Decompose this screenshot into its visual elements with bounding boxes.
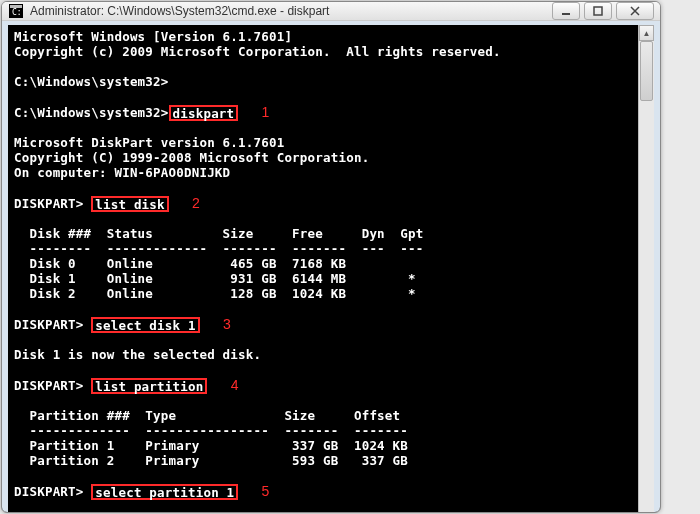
annotation: 4 (231, 378, 239, 393)
scroll-up-button[interactable]: ▲ (639, 25, 654, 41)
cmd-highlight: diskpart (169, 105, 239, 121)
close-button[interactable] (616, 2, 654, 20)
line: Microsoft Windows [Version 6.1.7601] (14, 29, 292, 44)
cmd-highlight: select partition 1 (91, 484, 238, 500)
line: Disk 1 is now the selected disk. (14, 347, 261, 362)
annotation: 1 (262, 105, 270, 120)
maximize-button[interactable] (584, 2, 612, 20)
prompt: DISKPART> (14, 378, 84, 393)
annotation: 2 (192, 196, 200, 211)
prompt: C:\Windows\system32> (14, 74, 169, 89)
svg-rect-4 (594, 7, 602, 15)
window-title: Administrator: C:\Windows\System32\cmd.e… (30, 4, 552, 18)
scroll-thumb[interactable] (640, 41, 653, 101)
prompt: C:\Windows\system32> (14, 105, 169, 120)
table-row: Disk 1 Online 931 GB 6144 MB * (14, 271, 416, 286)
window-buttons (552, 2, 654, 20)
table-row: Partition 2 Primary 593 GB 337 GB (14, 453, 408, 468)
prompt: DISKPART> (14, 196, 84, 211)
table-sep: -------- ------------- ------- ------- -… (14, 241, 423, 256)
titlebar[interactable]: C: Administrator: C:\Windows\System32\cm… (2, 2, 660, 21)
prompt: DISKPART> (14, 317, 84, 332)
table-row: Disk 0 Online 465 GB 7168 KB (14, 256, 346, 271)
svg-rect-3 (562, 13, 570, 15)
line: Copyright (c) 2009 Microsoft Corporation… (14, 44, 501, 59)
line: On computer: WIN-6PAO0DNIJKD (14, 165, 230, 180)
scrollbar[interactable]: ▲ ▼ (638, 25, 654, 513)
line: Copyright (C) 1999-2008 Microsoft Corpor… (14, 150, 369, 165)
table-sep: ------------- ---------------- ------- -… (14, 423, 408, 438)
svg-text:C:: C: (12, 8, 22, 17)
cmd-highlight: list disk (91, 196, 169, 212)
client-area: Microsoft Windows [Version 6.1.7601] Cop… (2, 21, 660, 513)
cmd-icon: C: (8, 3, 24, 19)
minimize-button[interactable] (552, 2, 580, 20)
cmd-highlight: select disk 1 (91, 317, 199, 333)
cmd-window: C: Administrator: C:\Windows\System32\cm… (1, 1, 661, 513)
cmd-highlight: list partition (91, 378, 207, 394)
table-header: Disk ### Status Size Free Dyn Gpt (14, 226, 423, 241)
table-header: Partition ### Type Size Offset (14, 408, 400, 423)
line: Microsoft DiskPart version 6.1.7601 (14, 135, 284, 150)
table-row: Partition 1 Primary 337 GB 1024 KB (14, 438, 408, 453)
terminal-output[interactable]: Microsoft Windows [Version 6.1.7601] Cop… (8, 25, 638, 513)
annotation: 3 (223, 317, 231, 332)
annotation: 5 (262, 484, 270, 499)
prompt: DISKPART> (14, 484, 84, 499)
table-row: Disk 2 Online 128 GB 1024 KB * (14, 286, 416, 301)
